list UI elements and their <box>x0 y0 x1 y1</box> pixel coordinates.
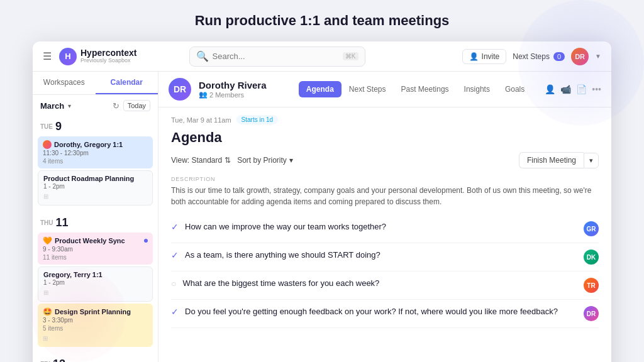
event-time: 9 - 9:30am <box>43 246 148 253</box>
finish-meeting-arrow[interactable]: ▾ <box>584 153 599 168</box>
event-emoji: 🧡 <box>43 236 52 245</box>
avatar: GR <box>584 221 599 236</box>
hamburger-icon[interactable]: ☰ <box>43 50 52 62</box>
chevron-down-icon[interactable]: ▼ <box>595 53 601 60</box>
agenda-item-text: What are the biggest time wasters for yo… <box>182 278 577 289</box>
event-count: 5 items <box>43 325 148 332</box>
agenda-title: Agenda <box>171 129 599 146</box>
tab-workspaces[interactable]: Workspaces <box>33 72 96 94</box>
more-options-icon[interactable]: ••• <box>592 84 601 94</box>
finish-meeting-button[interactable]: Finish Meeting ▾ <box>519 152 599 168</box>
meeting-date: Tue, Mar 9 at 11am <box>171 116 231 124</box>
sort-chevron-icon: ▾ <box>289 156 293 165</box>
logo-icon: H <box>59 48 77 65</box>
content-area: DR Dorothy Rivera 👥 2 Members Agenda Nex… <box>158 72 611 362</box>
meeting-avatar: DR <box>169 78 191 101</box>
day-header-fri: FRI 12 <box>33 354 158 362</box>
agenda-item: ○ What are the biggest time wasters for … <box>171 272 599 300</box>
avatar: DK <box>584 250 599 265</box>
day-header-tue: TUE 9 <box>33 116 158 134</box>
page-title: Run productive 1:1 and team meetings <box>195 13 450 29</box>
agenda-item: ✓ As a team, is there anything we should… <box>171 243 599 272</box>
event-title: Product Roadmap Planning <box>43 175 147 182</box>
search-input[interactable] <box>213 52 339 61</box>
description-text: This is our time to talk growth, strateg… <box>171 185 599 207</box>
day-num-tue: 9 <box>55 120 62 133</box>
event-product-weekly[interactable]: 🧡 Product Weekly Sync 9 - 9:30am 11 item… <box>38 233 153 265</box>
meeting-tab-icons: 👤 📹 📄 ••• <box>545 84 601 94</box>
day-abbr-tue: TUE <box>40 123 53 130</box>
top-bar-right: 👤 Invite Next Steps 0 DR ▼ <box>462 48 601 65</box>
tab-agenda[interactable]: Agenda <box>299 81 341 97</box>
event-time: 11:30 - 12:30pm <box>43 150 148 156</box>
next-steps-badge[interactable]: Next Steps 0 <box>513 52 565 61</box>
circle-icon: ○ <box>171 278 176 288</box>
tab-calendar[interactable]: Calendar <box>96 72 158 94</box>
search-bar[interactable]: 🔍 ⌘K <box>189 47 365 67</box>
event-time: 1 - 2pm <box>43 279 147 286</box>
agenda-item: ✓ Do you feel you're getting enough feed… <box>171 300 599 328</box>
event-count: 4 items <box>43 158 148 165</box>
agenda-controls: View: Standard ⇅ Sort by Priority ▾ Fini… <box>171 152 599 168</box>
check-icon: ✓ <box>171 307 179 317</box>
event-title: Dorothy, Gregory 1:1 <box>43 140 148 149</box>
check-icon: ✓ <box>171 222 179 232</box>
day-abbr-thu: THU <box>40 219 53 226</box>
calendar-header: March ▾ ↻ Today <box>33 95 158 116</box>
agenda-item-text: How can we improve the way our team work… <box>185 221 577 233</box>
event-emoji: 🤩 <box>43 307 52 316</box>
logo-text: Hypercontext Previously Soapbox <box>80 48 136 64</box>
sort-select[interactable]: Sort by Priority ▾ <box>237 156 293 165</box>
view-select[interactable]: View: Standard ⇅ <box>171 156 231 165</box>
tab-past-meetings[interactable]: Past Meetings <box>394 81 457 97</box>
today-button[interactable]: Today <box>123 100 150 111</box>
tab-next-steps[interactable]: Next Steps <box>341 81 394 97</box>
sidebar: Workspaces Calendar March ▾ ↻ Today TUE … <box>33 72 158 362</box>
logo-area: H Hypercontext Previously Soapbox <box>59 48 136 65</box>
video-icon[interactable]: 📹 <box>560 84 571 94</box>
check-icon: ✓ <box>171 250 179 260</box>
description-section: DESCRIPTION This is our time to talk gro… <box>171 176 599 207</box>
event-dot <box>144 239 148 243</box>
event-title: 🧡 Product Weekly Sync <box>43 236 148 245</box>
day-section-fri: FRI 12 Sprint Retro 10 - 11am Demo Day 3… <box>33 354 158 362</box>
event-dorothy-gregory[interactable]: Dorothy, Gregory 1:1 11:30 - 12:30pm 4 i… <box>38 136 153 168</box>
meeting-info: Dorothy Rivera 👥 2 Members <box>199 80 291 99</box>
agenda-item-text: Do you feel you're getting enough feedba… <box>185 306 577 317</box>
event-gregory-terry[interactable]: Gregory, Terry 1:1 1 - 2pm ⊞ <box>38 266 153 302</box>
event-design-sprint[interactable]: 🤩 Design Sprint Planning 3 - 3:30pm 5 it… <box>38 304 153 347</box>
agenda-items: ✓ How can we improve the way our team wo… <box>171 215 599 328</box>
meeting-header: DR Dorothy Rivera 👥 2 Members Agenda Nex… <box>158 72 611 107</box>
meeting-members: 👥 2 Members <box>199 90 291 99</box>
members-icon: 👥 <box>199 90 208 99</box>
next-steps-count: 0 <box>553 52 565 61</box>
day-header-thu: THU 11 <box>33 212 158 231</box>
logo-name: Hypercontext <box>80 48 136 58</box>
meeting-name: Dorothy Rivera <box>199 80 291 90</box>
agenda-area: Tue, Mar 9 at 11am Starts in 1d Agenda V… <box>158 107 611 362</box>
event-icon: ⊞ <box>43 193 48 200</box>
add-person-icon[interactable]: 👤 <box>545 84 555 94</box>
starts-badge: Starts in 1d <box>236 115 279 124</box>
view-chevron-icon: ⇅ <box>225 156 231 165</box>
avatar[interactable]: DR <box>571 48 589 65</box>
top-bar: ☰ H Hypercontext Previously Soapbox 🔍 ⌘K… <box>33 41 611 72</box>
month-arrow-icon[interactable]: ▾ <box>68 102 71 109</box>
event-title: Gregory, Terry 1:1 <box>43 271 147 278</box>
event-product-roadmap[interactable]: Product Roadmap Planning 1 - 2pm ⊞ <box>38 170 153 206</box>
search-icon: 🔍 <box>196 50 209 62</box>
invite-icon: 👤 <box>469 52 479 61</box>
meeting-tabs: Agenda Next Steps Past Meetings Insights… <box>299 81 532 97</box>
refresh-icon[interactable]: ↻ <box>113 101 119 111</box>
day-section-thu: THU 11 🧡 Product Weekly Sync 9 - 9:30am … <box>33 212 158 354</box>
document-icon[interactable]: 📄 <box>576 84 587 94</box>
event-count: 11 items <box>43 254 148 261</box>
tab-goals[interactable]: Goals <box>497 81 532 97</box>
finish-meeting-main[interactable]: Finish Meeting <box>519 152 584 168</box>
avatar: TR <box>584 278 599 293</box>
calendar-controls: ↻ Today <box>113 100 150 111</box>
event-time: 3 - 3:30pm <box>43 317 148 324</box>
tab-insights[interactable]: Insights <box>457 81 497 97</box>
invite-button[interactable]: 👤 Invite <box>462 49 507 64</box>
description-label: DESCRIPTION <box>171 176 599 182</box>
